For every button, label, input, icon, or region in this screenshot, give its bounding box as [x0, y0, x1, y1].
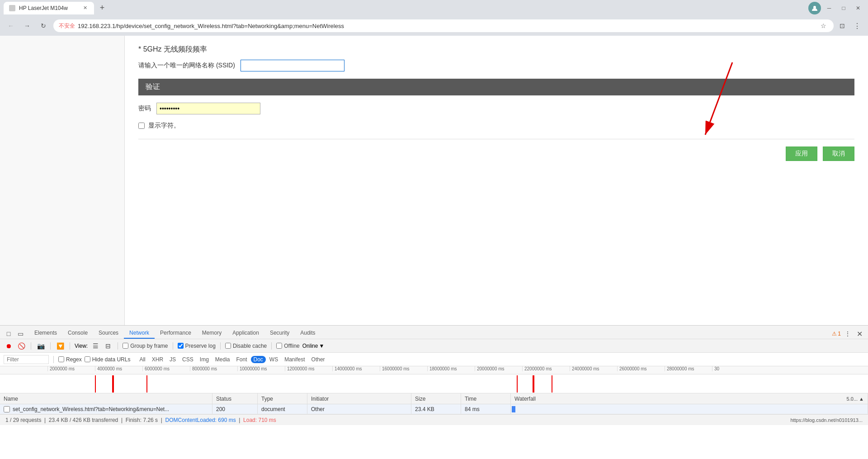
tab-sources[interactable]: Sources — [93, 328, 124, 339]
timeline-bar-4 — [146, 375, 147, 393]
filter-media[interactable]: Media — [212, 356, 233, 363]
ssid-field-row: 请输入一个唯一的网络名称 (SSID) — [138, 60, 854, 71]
active-tab[interactable]: HP LaserJet M104w ✕ — [4, 2, 94, 14]
devtools-close-button[interactable]: ✕ — [854, 329, 864, 339]
header-time[interactable]: Time — [461, 393, 511, 404]
tab-close-button[interactable]: ✕ — [81, 5, 89, 12]
forward-button[interactable]: → — [21, 19, 33, 32]
filter-input[interactable] — [4, 355, 49, 364]
filter-other[interactable]: Other — [309, 356, 328, 363]
tab-network[interactable]: Network — [124, 328, 155, 339]
devtools-top-right: ⚠ 1 ⋮ ✕ — [832, 329, 864, 339]
device-icon-button[interactable]: ▭ — [15, 329, 25, 339]
offline-checkbox[interactable] — [276, 343, 282, 349]
web-content: * 5GHz 无线频段频率 请输入一个唯一的网络名称 (SSID) 验证 密码 … — [0, 36, 868, 459]
tick-12m: 12000000 ms — [285, 366, 332, 371]
status-bar: 1 / 29 requests | 23.4 KB / 426 KB trans… — [0, 414, 868, 425]
dropdown-arrow: ▼ — [319, 343, 324, 349]
group-by-frame-label[interactable]: Group by frame — [123, 343, 168, 349]
disable-cache-checkbox[interactable] — [225, 343, 231, 349]
view-screenshots-button[interactable]: ⊟ — [103, 341, 113, 351]
tab-performance[interactable]: Performance — [155, 328, 197, 339]
filter-ws[interactable]: WS — [267, 356, 281, 363]
preserve-log-label[interactable]: Preserve log — [178, 343, 216, 349]
filter-font[interactable]: Font — [234, 356, 250, 363]
tick-22m: 22000000 ms — [522, 366, 570, 371]
waterfall-sort: 5.0... ▲ — [847, 396, 864, 402]
maximize-button[interactable]: □ — [837, 2, 850, 14]
filter-type-buttons: All XHR JS CSS Img Media Font Doc WS Man… — [137, 356, 327, 363]
security-indicator: 不安全 — [59, 22, 75, 30]
filter-css[interactable]: CSS — [179, 356, 196, 363]
disable-cache-label[interactable]: Disable cache — [225, 343, 267, 349]
record-button[interactable]: ⏺ — [4, 341, 14, 351]
row-select-checkbox[interactable] — [4, 406, 10, 412]
view-list-button[interactable]: ☰ — [90, 341, 100, 351]
close-button[interactable]: ✕ — [852, 2, 864, 14]
separator-s1: | — [41, 417, 48, 423]
row-initiator: Other — [307, 404, 411, 414]
online-dropdown[interactable]: Online ▼ — [302, 343, 325, 349]
timeline-bars[interactable] — [0, 374, 868, 393]
profile-button[interactable] — [808, 2, 821, 14]
table-row[interactable]: set_config_network_Wireless.html?tab=Net… — [0, 404, 868, 414]
tab-elements[interactable]: Elements — [29, 328, 62, 339]
filter-all[interactable]: All — [137, 356, 148, 363]
header-waterfall[interactable]: Waterfall 5.0... ▲ — [511, 393, 868, 404]
new-tab-button[interactable]: + — [96, 2, 108, 14]
clear-button[interactable]: 🚫 — [16, 341, 26, 351]
offline-label[interactable]: Offline — [276, 343, 299, 349]
filter-button[interactable]: 🔽 — [55, 341, 65, 351]
page-main: * 5GHz 无线频段频率 请输入一个唯一的网络名称 (SSID) 验证 密码 … — [125, 36, 868, 325]
cancel-button[interactable]: 取消 — [823, 147, 854, 161]
tab-audits[interactable]: Audits — [295, 328, 321, 339]
preserve-log-checkbox[interactable] — [178, 343, 184, 349]
filter-doc[interactable]: Doc — [251, 356, 266, 363]
row-name-text: set_config_network_Wireless.html?tab=Net… — [13, 406, 169, 412]
inspect-icon-button[interactable]: □ — [4, 329, 14, 339]
tick-28m: 28000000 ms — [665, 366, 712, 371]
show-chars-checkbox[interactable] — [138, 123, 145, 129]
header-type[interactable]: Type — [258, 393, 307, 404]
tab-memory[interactable]: Memory — [197, 328, 227, 339]
group-by-frame-checkbox[interactable] — [123, 343, 128, 349]
reload-button[interactable]: ↻ — [37, 19, 50, 32]
warning-badge[interactable]: ⚠ 1 — [832, 331, 841, 337]
ssid-label: 请输入一个唯一的网络名称 (SSID) — [138, 62, 235, 70]
back-button[interactable]: ← — [5, 19, 17, 32]
row-name[interactable]: set_config_network_Wireless.html?tab=Net… — [0, 404, 212, 414]
group-by-frame-text: Group by frame — [130, 343, 168, 349]
regex-checkbox[interactable] — [58, 356, 64, 362]
chrome-menu-button[interactable]: ⋮ — [851, 19, 863, 32]
bookmark-button[interactable]: ☆ — [818, 21, 828, 31]
tab-console[interactable]: Console — [62, 328, 93, 339]
filter-img[interactable]: Img — [197, 356, 212, 363]
password-input[interactable] — [156, 103, 260, 114]
filter-manifest[interactable]: Manifest — [282, 356, 307, 363]
hide-data-urls-text: Hide data URLs — [92, 356, 131, 363]
tick-8m: 8000000 ms — [190, 366, 237, 371]
separator-3 — [70, 342, 70, 350]
minimize-button[interactable]: ─ — [823, 2, 835, 14]
cast-button[interactable]: ⊡ — [837, 21, 847, 31]
url-bar[interactable]: 不安全 192.168.223.1/hp/device/set_config_n… — [53, 19, 834, 32]
header-size[interactable]: Size — [411, 393, 461, 404]
camera-button[interactable]: 📷 — [36, 341, 46, 351]
header-initiator[interactable]: Initiator — [307, 393, 411, 404]
apply-button[interactable]: 应用 — [786, 147, 817, 161]
separator-s2: | — [118, 417, 125, 423]
regex-label[interactable]: Regex — [58, 356, 82, 363]
tab-application[interactable]: Application — [227, 328, 264, 339]
load-time: Load: 710 ms — [243, 417, 276, 423]
ssid-input[interactable] — [241, 60, 344, 71]
hide-data-urls-label[interactable]: Hide data URLs — [85, 356, 131, 363]
filter-bar: Regex Hide data URLs All XHR JS CSS Img … — [0, 353, 868, 366]
tab-security[interactable]: Security — [264, 328, 295, 339]
devtools-overflow-button[interactable]: ⋮ — [843, 329, 853, 339]
filter-xhr[interactable]: XHR — [149, 356, 166, 363]
filter-js[interactable]: JS — [167, 356, 179, 363]
header-status[interactable]: Status — [212, 393, 258, 404]
devtools-tab-bar: □ ▭ Elements Console Sources Network Per… — [0, 326, 868, 339]
header-name[interactable]: Name — [0, 393, 212, 404]
hide-data-urls-checkbox[interactable] — [85, 356, 90, 362]
